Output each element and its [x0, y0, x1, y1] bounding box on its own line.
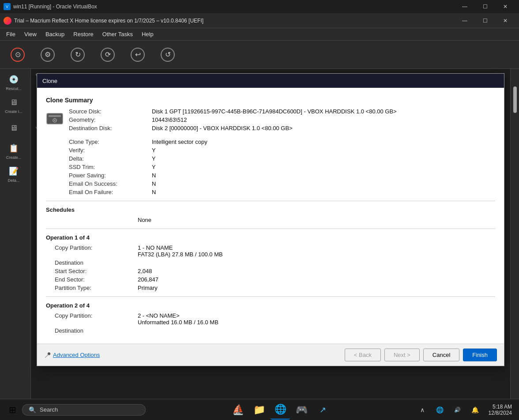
- taskbar-app-boat[interactable]: ⛵: [228, 400, 248, 420]
- toolbar-icon-2: ↻: [71, 48, 85, 62]
- details-icon: 📝: [8, 165, 20, 177]
- op2-copy-value: 2 - <NO NAME> Unformatted 16.0 MB / 16.0…: [138, 312, 495, 326]
- wrench-icon: [44, 352, 51, 359]
- schedules-value: None: [138, 217, 495, 223]
- toolbar-button-0[interactable]: ⊙: [4, 42, 32, 67]
- menu-other-tasks[interactable]: Other Tasks: [98, 29, 137, 39]
- delta-value: Y: [152, 155, 495, 162]
- email-success-value: N: [152, 180, 495, 187]
- op1-copy-label: Copy Partition:: [55, 244, 134, 258]
- sidebar-create2-label: Create...: [6, 155, 22, 160]
- clone-summary-grid: Source Disk: Disk 1 GPT [11926615-997C-4…: [69, 108, 495, 131]
- network-icon-button[interactable]: 🌐: [433, 403, 447, 417]
- sidebar: 💿 Rescut... 🖥 Create I... 🖥 📋 Create... …: [0, 69, 31, 399]
- sidebar-item-screen[interactable]: 🖥: [1, 116, 26, 139]
- app-title-bar: Trial – Macrium Reflect X Home license e…: [0, 13, 519, 28]
- schedules-grid: None: [46, 217, 495, 223]
- verify-label: Verify:: [69, 147, 148, 154]
- geometry-value: 10443\63\512: [152, 116, 495, 123]
- taskbar-apps: ⛵ 📁 🌐 🎮 ↗: [146, 400, 415, 420]
- taskbar-app-share[interactable]: ↗: [313, 400, 332, 420]
- taskbar-app-files[interactable]: 📁: [249, 400, 269, 420]
- taskbar-search[interactable]: 🔍 Search: [22, 404, 146, 416]
- sound-icon-button[interactable]: 🔊: [451, 403, 465, 417]
- files-icon: 📁: [253, 404, 265, 416]
- svg-point-3: [54, 120, 56, 121]
- divider-2: [46, 229, 495, 229]
- app-title-text: Trial – Macrium Reflect X Home license e…: [14, 18, 455, 24]
- cancel-button[interactable]: Cancel: [423, 349, 459, 361]
- next-button[interactable]: Next >: [384, 349, 420, 361]
- dialog-footer: Advanced Options < Back Next > Cancel Fi…: [37, 344, 504, 366]
- toolbar-icon-3: ⟳: [101, 48, 115, 62]
- show-hidden-button[interactable]: ∧: [415, 403, 429, 417]
- taskbar-app-edge[interactable]: 🌐: [271, 400, 290, 420]
- sidebar-item-rescue[interactable]: 💿 Rescut...: [1, 71, 26, 94]
- sidebar-item-create2[interactable]: 📋 Create...: [1, 139, 26, 162]
- edge-icon: 🌐: [275, 404, 286, 415]
- disk-icon: [46, 110, 64, 129]
- os-minimize-button[interactable]: —: [455, 0, 475, 13]
- menu-help[interactable]: Help: [137, 29, 158, 39]
- op1-type-value: Primary: [138, 285, 495, 291]
- toolbar-button-2[interactable]: ↻: [64, 42, 92, 67]
- search-icon: 🔍: [29, 406, 36, 413]
- toolbar-button-3[interactable]: ⟳: [94, 42, 122, 67]
- menu-backup[interactable]: Backup: [41, 29, 69, 39]
- footer-buttons: < Back Next > Cancel Finish: [345, 349, 497, 361]
- divider-1: [46, 201, 495, 201]
- start-icon: ⊞: [9, 405, 16, 415]
- svg-rect-1: [49, 115, 61, 117]
- start-button[interactable]: ⊞: [4, 402, 20, 418]
- menu-restore[interactable]: Restore: [69, 29, 98, 39]
- os-title-bar: V win11 [Running] - Oracle VirtualBox — …: [0, 0, 519, 13]
- back-button[interactable]: < Back: [345, 349, 381, 361]
- main-layout: 💿 Rescut... 🖥 Create I... 🖥 📋 Create... …: [0, 69, 519, 399]
- toolbar-button-5[interactable]: ↺: [154, 42, 182, 67]
- game-icon: 🎮: [296, 404, 308, 416]
- taskbar-right: ∧ 🌐 🔊 🔔 5:18 AM 12/8/2024: [415, 402, 515, 418]
- taskbar-app-game[interactable]: 🎮: [292, 400, 311, 420]
- dialog-title-text: Clone: [42, 78, 57, 84]
- app-minimize-button[interactable]: —: [455, 13, 475, 28]
- menu-view[interactable]: View: [20, 29, 41, 39]
- share-icon: ↗: [320, 405, 326, 415]
- toolbar-icon-0: ⊙: [11, 48, 25, 62]
- op1-type-label: Partition Type:: [55, 285, 134, 291]
- chevron-up-icon: ∧: [420, 406, 425, 413]
- destination-disk-value: Disk 2 [00000000] - VBOX HARDDISK 1.0 <8…: [152, 125, 495, 131]
- app-close-button[interactable]: ✕: [495, 13, 515, 28]
- toolbar-button-4[interactable]: ↩: [124, 42, 152, 67]
- op1-end-label: End Sector:: [55, 276, 134, 283]
- system-clock[interactable]: 5:18 AM 12/8/2024: [486, 402, 515, 418]
- app-maximize-button[interactable]: ☐: [475, 13, 495, 28]
- power-saving-value: N: [152, 172, 495, 179]
- app-icon: [4, 17, 11, 25]
- menu-file[interactable]: File: [2, 29, 20, 39]
- os-maximize-button[interactable]: ☐: [475, 0, 495, 13]
- os-window-controls: — ☐ ✕: [455, 0, 515, 13]
- sidebar-item-details[interactable]: 📝 Deta...: [1, 162, 26, 185]
- sidebar-create-label: Create I...: [5, 109, 23, 114]
- source-disk-label: Source Disk:: [69, 108, 148, 115]
- toolbar-button-1[interactable]: ⚙: [34, 42, 62, 67]
- create2-icon: 📋: [8, 142, 20, 154]
- clone-dialog: Clone Clone Summary: [37, 73, 504, 366]
- toolbar-icon-5: ↺: [161, 48, 175, 62]
- dialog-body[interactable]: Clone Summary: [37, 88, 504, 344]
- clone-options-grid: Clone Type: Intelligent sector copy Veri…: [46, 139, 495, 195]
- finish-button[interactable]: Finish: [463, 349, 497, 361]
- os-close-button[interactable]: ✕: [495, 0, 515, 13]
- ssd-trim-label: SSD Trim:: [69, 164, 148, 170]
- geometry-label: Geometry:: [69, 116, 148, 123]
- search-placeholder: Search: [40, 406, 58, 413]
- vbox-icon: V: [4, 3, 11, 10]
- email-failure-value: N: [152, 189, 495, 195]
- advanced-options-link[interactable]: Advanced Options: [44, 352, 341, 359]
- content-area: ▼ Crea... EFI s... (B64... File S... Fre…: [31, 69, 510, 399]
- email-success-label: Email On Success:: [69, 180, 148, 187]
- op1-heading: Operation 1 of 4: [46, 234, 495, 241]
- op1-grid: Copy Partition: 1 - NO NAME FAT32 (LBA) …: [46, 244, 495, 291]
- sidebar-item-create[interactable]: 🖥 Create I...: [1, 94, 26, 116]
- notification-button[interactable]: 🔔: [468, 403, 482, 417]
